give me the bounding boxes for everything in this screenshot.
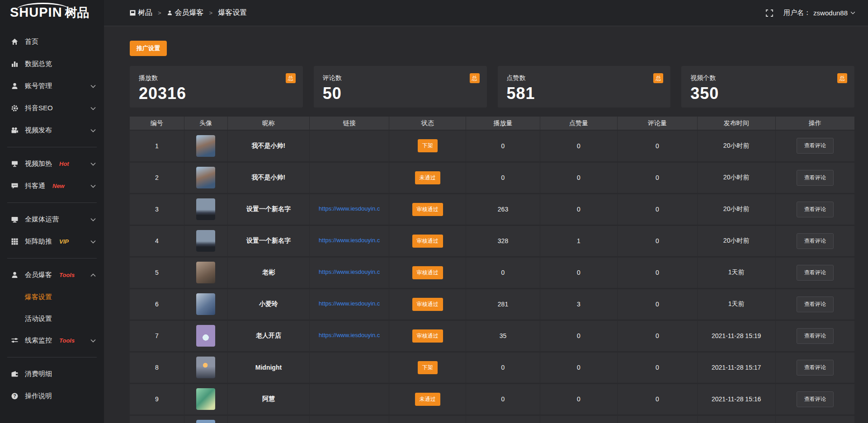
sidebar-item-lead-monitor[interactable]: 线索监控 Tools [0, 329, 104, 352]
row-publish-time: 2021-11-28 15:19 [697, 320, 775, 352]
user-icon [167, 10, 173, 16]
video-link[interactable]: https://www.iesdouyin.c [319, 268, 380, 275]
row-publish-time: 20小时前 [697, 130, 775, 162]
view-comments-button[interactable]: 查看评论 [797, 138, 834, 154]
row-id: 9 [130, 383, 184, 415]
sidebar-divider [7, 357, 97, 357]
row-nickname: 阿慧 [227, 383, 309, 415]
row-nickname: 我不是小帅! [227, 130, 309, 162]
chevron-down-icon [90, 162, 96, 166]
sidebar-subitem-activity-settings[interactable]: 活动设置 [0, 308, 104, 329]
chevron-down-icon [90, 85, 96, 88]
sidebar-item-label: 视频加热 [25, 160, 52, 168]
row-id: 8 [130, 352, 184, 383]
status-badge: 下架 [418, 361, 438, 374]
row-publish-time: 20小时前 [697, 225, 775, 257]
avatar [196, 135, 215, 157]
view-comments-button[interactable]: 查看评论 [797, 328, 834, 344]
sidebar-divider [7, 202, 97, 203]
chevron-down-icon [90, 107, 96, 110]
view-comments-button[interactable]: 查看评论 [797, 296, 834, 312]
chevron-down-icon [90, 339, 96, 343]
status-badge: 未通过 [415, 171, 440, 184]
sidebar-item-member-baoke[interactable]: 会员爆客 Tools [0, 264, 104, 286]
sidebar-item-label: 线索监控 [25, 336, 52, 345]
sidebar-item-douyin-seo[interactable]: 抖音SEO [0, 97, 104, 119]
row-likes: 0 [540, 193, 618, 225]
sidebar-item-data-overview[interactable]: 数据总览 [0, 53, 104, 75]
hot-badge: Hot [59, 160, 69, 167]
sliders-icon [11, 337, 19, 344]
app-logo: SHUPIN树品 [0, 0, 104, 26]
view-comments-button[interactable]: 查看评论 [797, 170, 834, 186]
chevron-down-icon [850, 11, 855, 14]
stat-value: 20316 [139, 84, 296, 103]
tools-badge: Tools [59, 337, 75, 344]
row-comments: 0 [618, 383, 697, 415]
breadcrumb-item-member-baoke[interactable]: 会员爆客 [167, 8, 204, 18]
chevron-up-icon [90, 273, 96, 277]
row-plays: 263 [466, 193, 540, 225]
sidebar-item-help[interactable]: ? 操作说明 [0, 385, 104, 407]
view-comments-button[interactable]: 查看评论 [797, 360, 834, 376]
breadcrumb-item-shupin[interactable]: 树品 [130, 8, 152, 18]
view-comments-button[interactable]: 查看评论 [797, 391, 834, 407]
username-dropdown[interactable]: 用户名：zswodun88 [783, 9, 855, 17]
sidebar-item-account-management[interactable]: 账号管理 [0, 75, 104, 97]
view-comments-button[interactable]: 查看评论 [797, 233, 834, 249]
row-likes: 0 [540, 320, 618, 352]
row-comments: 0 [618, 257, 697, 288]
promotion-settings-button[interactable]: 推广设置 [130, 41, 167, 56]
stat-card-videos: 视频个数 总 350 [681, 66, 854, 108]
sidebar-item-home[interactable]: 首页 [0, 31, 104, 53]
sidebar-subitem-baoke-settings[interactable]: 爆客设置 [0, 286, 104, 308]
video-link[interactable]: https://www.iesdouyin.c [319, 237, 380, 244]
row-plays: 0 [466, 162, 540, 193]
table-row: 3 设置一个新名字 https://www.iesdouyin.c 审核通过 2… [130, 193, 854, 225]
status-badge: 下架 [418, 139, 438, 152]
row-id: 4 [130, 225, 184, 257]
sidebar-item-douketong[interactable]: 抖客通 New [0, 175, 104, 197]
row-plays: 0 [466, 352, 540, 383]
main-content: 推广设置 播放数 总 20316 评论数 总 50 点赞数 总 581 视频 [104, 0, 868, 423]
sidebar-item-consumption-detail[interactable]: 消费明细 [0, 363, 104, 385]
view-comments-button[interactable]: 查看评论 [797, 202, 834, 217]
breadcrumb-separator: > [158, 9, 161, 16]
sidebar-item-label: 数据总览 [25, 60, 52, 68]
row-nickname [227, 415, 309, 423]
avatar [196, 293, 215, 315]
table-row: 8 Midnight 下架 0 0 0 2021-11-28 15:17 查看评… [130, 352, 854, 383]
video-link[interactable]: https://www.iesdouyin.c [319, 332, 380, 338]
row-id: 7 [130, 320, 184, 352]
dashboard-icon [130, 10, 136, 16]
row-comments: 0 [618, 320, 697, 352]
sidebar-item-video-heat[interactable]: 视频加热 Hot [0, 153, 104, 175]
col-header-status: 状态 [389, 117, 466, 130]
table-body: 1 我不是小帅! 下架 0 0 0 20小时前 查看评论 2 我不是小帅! 未通… [130, 130, 854, 423]
stat-card-likes: 点赞数 总 581 [498, 66, 671, 108]
fullscreen-icon[interactable] [765, 9, 774, 17]
row-comments: 0 [618, 130, 697, 162]
row-plays: 281 [466, 288, 540, 320]
view-comments-button[interactable]: 查看评论 [797, 265, 834, 281]
sidebar-item-video-publish[interactable]: 视频发布 [0, 119, 104, 141]
row-nickname: 我不是小帅! [227, 162, 309, 193]
total-badge: 总 [470, 73, 480, 83]
row-nickname: 老彬 [227, 257, 309, 288]
video-link[interactable]: https://www.iesdouyin.c [319, 300, 380, 307]
row-publish-time: 20小时前 [697, 193, 775, 225]
help-icon: ? [11, 392, 19, 400]
table-row: 6 小爱玲 https://www.iesdouyin.c 审核通过 281 3… [130, 288, 854, 320]
gear-icon [11, 104, 19, 112]
avatar [196, 388, 215, 410]
row-plays: 0 [466, 130, 540, 162]
table-row: 4 设置一个新名字 https://www.iesdouyin.c 审核通过 3… [130, 225, 854, 257]
table-row: 7 老人开店 https://www.iesdouyin.c 审核通过 35 0… [130, 320, 854, 352]
row-likes [540, 415, 618, 423]
sidebar-item-omnimedia[interactable]: 全媒体运营 [0, 208, 104, 230]
sidebar-item-label: 会员爆客 [25, 271, 52, 279]
video-link[interactable]: https://www.iesdouyin.c [319, 205, 380, 212]
sidebar-item-matrix-boost[interactable]: 矩阵助推 VIP [0, 230, 104, 253]
row-publish-time: 2021-11-28 15:17 [697, 352, 775, 383]
breadcrumb-separator: > [209, 9, 213, 16]
